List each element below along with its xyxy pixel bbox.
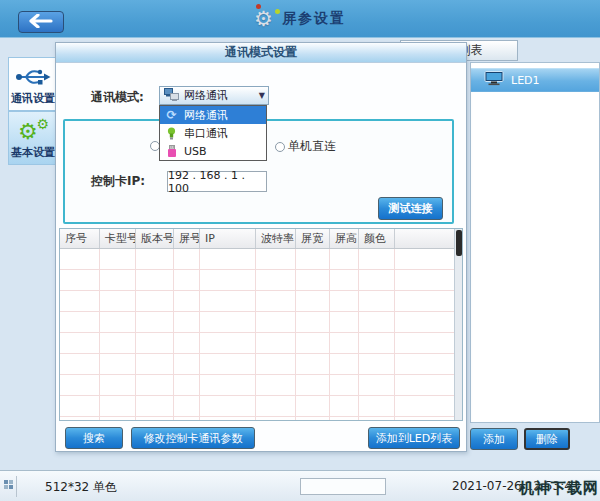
table-scrollbar[interactable] (454, 229, 462, 420)
table-cell (330, 291, 359, 311)
radio-standalone-label: 单机直连 (288, 138, 336, 155)
column-header-filler (395, 229, 462, 248)
column-header[interactable]: 屏号 (174, 229, 200, 248)
table-row[interactable] (60, 375, 462, 396)
table-cell (296, 291, 330, 311)
table-cell (330, 312, 359, 332)
table-cell-filler (395, 417, 462, 421)
table-cell (200, 396, 256, 416)
table-cell (256, 354, 296, 374)
column-header[interactable]: 序号 (60, 229, 100, 248)
dropdown-option-usb[interactable]: USB (160, 142, 266, 160)
table-cell (174, 417, 200, 421)
table-cell (60, 270, 100, 290)
sidebar-item-comm-settings[interactable]: 通讯设置 (8, 57, 58, 111)
table-row[interactable] (60, 249, 462, 270)
topbar: ⚙ 屏参设置 (0, 0, 600, 38)
table-cell (60, 291, 100, 311)
table-cell (174, 396, 200, 416)
column-header[interactable]: 波特率 (256, 229, 296, 248)
radio-standalone[interactable]: 单机直连 (275, 138, 336, 155)
dialog-title: 通讯模式设置 (56, 43, 466, 63)
delete-button[interactable]: 删除 (524, 428, 570, 450)
chevron-down-icon: ▼ (259, 91, 265, 100)
table-cell-filler (395, 333, 462, 353)
column-header[interactable]: 屏宽 (296, 229, 330, 248)
ip-row: 控制卡IP: 192 . 168 . 1 . 100 (91, 171, 267, 192)
led-list-panel: LED1 (470, 62, 600, 423)
table-row[interactable] (60, 417, 462, 421)
table-cell (330, 270, 359, 290)
table-cell-filler (395, 396, 462, 416)
table-cell (200, 270, 256, 290)
table-cell (359, 291, 395, 311)
serial-plug-icon (165, 127, 178, 140)
table-cell (296, 333, 330, 353)
table-cell (200, 312, 256, 332)
table-cell (359, 249, 395, 269)
table-cell (330, 375, 359, 395)
table-cell (200, 291, 256, 311)
usb-trident-icon (15, 63, 51, 91)
separator (16, 476, 17, 497)
table-row[interactable] (60, 333, 462, 354)
dropdown-option-serial[interactable]: 串口通讯 (160, 124, 266, 142)
dropdown-option-network[interactable]: ⟳ 网络通讯 (160, 106, 266, 124)
table-cell (60, 396, 100, 416)
table-cell (359, 333, 395, 353)
app-title-area: ⚙ 屏参设置 (0, 0, 600, 38)
column-header[interactable]: 屏高 (330, 229, 359, 248)
table-cell (60, 249, 100, 269)
table-row[interactable] (60, 312, 462, 333)
table-cell (256, 249, 296, 269)
screen: ⚙ 屏参设置 LED列表 LED1 通讯设置 ⚙⚙ 基本设置 (0, 0, 600, 501)
radio-circle-icon (275, 142, 285, 152)
table-cell (100, 417, 136, 421)
comm-mode-dialog: 通讯模式设置 通讯模式: 网络通讯 ▼ 单机直连 控制卡IP: 192 . 16… (55, 42, 467, 452)
comm-mode-dropdown[interactable]: 网络通讯 ▼ (159, 86, 269, 105)
table-cell (136, 354, 174, 374)
table-cell (100, 249, 136, 269)
led-list-item[interactable]: LED1 (471, 68, 599, 92)
add-button[interactable]: 添加 (470, 428, 518, 450)
column-header[interactable]: 卡型号 (100, 229, 136, 248)
table-row[interactable] (60, 396, 462, 417)
table-cell (359, 270, 395, 290)
table-cell (100, 354, 136, 374)
table-cell (200, 375, 256, 395)
table-cell (60, 417, 100, 421)
column-header[interactable]: IP (200, 229, 256, 248)
device-table: 序号卡型号版本号屏号IP波特率屏宽屏高颜色 (59, 228, 463, 421)
table-cell (330, 417, 359, 421)
statusbar: 512*32 单色 2021-07-26 12:53:4 (0, 470, 600, 501)
search-button[interactable]: 搜索 (65, 427, 123, 449)
column-header[interactable]: 版本号 (136, 229, 174, 248)
table-cell-filler (395, 375, 462, 395)
table-body (60, 249, 462, 421)
add-to-led-list-button[interactable]: 添加到LED列表 (368, 427, 460, 449)
modify-card-params-button[interactable]: 修改控制卡通讯参数 (131, 427, 255, 449)
table-header-row: 序号卡型号版本号屏号IP波特率屏宽屏高颜色 (60, 229, 462, 249)
table-row[interactable] (60, 354, 462, 375)
table-cell-filler (395, 249, 462, 269)
scrollbar-thumb[interactable] (456, 230, 462, 256)
table-cell (256, 417, 296, 421)
test-connection-button[interactable]: 测试连接 (378, 197, 443, 220)
table-row[interactable] (60, 270, 462, 291)
monitor-icon (484, 71, 505, 89)
table-cell-filler (395, 354, 462, 374)
table-cell (60, 375, 100, 395)
gear-icon: ⚙ (254, 6, 278, 32)
table-row[interactable] (60, 291, 462, 312)
table-cell (100, 396, 136, 416)
status-progress-box (300, 478, 386, 495)
column-header[interactable]: 颜色 (359, 229, 395, 248)
table-cell (200, 417, 256, 421)
comm-mode-value: 网络通讯 (184, 88, 228, 103)
table-cell (60, 312, 100, 332)
table-cell (256, 312, 296, 332)
dropdown-option-label: USB (184, 145, 207, 158)
sidebar-item-basic-settings[interactable]: ⚙⚙ 基本设置 (8, 111, 58, 165)
dropdown-option-label: 串口通讯 (184, 126, 228, 141)
ip-input[interactable]: 192 . 168 . 1 . 100 (167, 171, 267, 192)
